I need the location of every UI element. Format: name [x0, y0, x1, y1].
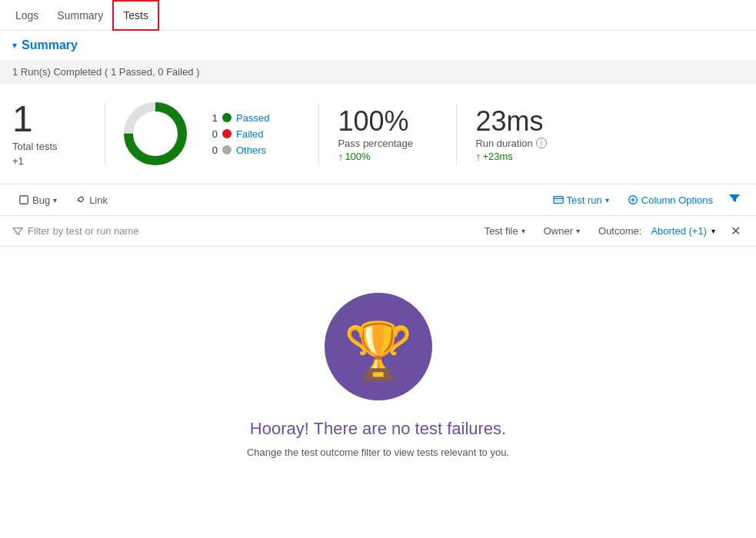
failed-dot — [222, 129, 231, 138]
toolbar-right: Test run ▾ Column Options — [547, 189, 744, 211]
link-icon — [75, 194, 86, 205]
empty-title: Hooray! There are no test failures. — [250, 419, 506, 439]
filter-icon-button[interactable] — [725, 189, 744, 211]
summary-header: ▾ Summary — [0, 31, 756, 60]
test-file-dropdown[interactable]: Test file ▾ — [478, 222, 531, 240]
divider-1 — [105, 103, 105, 164]
legend-others: 0 Others — [205, 144, 269, 156]
run-duration-label: Run duration i — [475, 138, 598, 149]
run-duration: 23ms Run duration i ↑ +23ms — [475, 105, 598, 163]
test-run-button[interactable]: Test run ▾ — [547, 191, 615, 209]
others-count: 0 — [205, 144, 218, 156]
total-tests-label: Total tests — [12, 141, 89, 152]
column-options-label: Column Options — [641, 194, 713, 206]
divider-3 — [456, 103, 457, 164]
test-file-chevron: ▾ — [521, 227, 525, 235]
legend-failed: 0 Failed — [205, 128, 269, 140]
tab-summary[interactable]: Summary — [48, 0, 112, 31]
close-filter-button[interactable]: ✕ — [728, 221, 744, 241]
run-duration-delta: ↑ +23ms — [475, 151, 598, 163]
summary-title: Summary — [22, 38, 78, 52]
outcome-dropdown[interactable]: Outcome: Aborted (+1) ▾ — [592, 222, 721, 240]
trophy-icon: 🏆 — [344, 323, 413, 378]
test-run-icon — [553, 194, 564, 205]
svg-rect-2 — [20, 196, 28, 204]
total-tests: 1 Total tests +1 — [12, 101, 89, 167]
test-run-label: Test run — [567, 194, 602, 206]
bug-label: Bug — [32, 194, 50, 206]
divider-2 — [318, 103, 319, 164]
column-options-button[interactable]: Column Options — [621, 191, 719, 209]
run-duration-label-text: Run duration — [475, 138, 532, 149]
pass-pct-value: 100% — [338, 105, 438, 138]
others-label[interactable]: Others — [236, 144, 266, 156]
pass-pct-arrow: ↑ — [338, 151, 343, 163]
filter-icon — [728, 192, 741, 204]
chevron-icon[interactable]: ▾ — [12, 40, 17, 51]
column-options-icon — [628, 194, 638, 205]
owner-dropdown[interactable]: Owner ▾ — [538, 222, 586, 240]
outcome-label: Outcome: — [598, 225, 641, 237]
legend: 1 Passed 0 Failed 0 Others — [205, 112, 269, 156]
test-run-chevron: ▾ — [605, 196, 609, 204]
run-duration-delta-value: +23ms — [482, 151, 512, 162]
filter-bar: Filter by test or run name Test file ▾ O… — [0, 216, 756, 247]
failed-count: 0 — [205, 128, 218, 140]
donut-chart — [121, 99, 190, 168]
test-file-label: Test file — [485, 225, 518, 237]
passed-count: 1 — [205, 112, 218, 124]
tab-tests[interactable]: Tests — [112, 0, 159, 31]
tab-logs[interactable]: Logs — [6, 0, 48, 31]
filter-search-icon — [12, 226, 23, 237]
completed-bar: 1 Run(s) Completed ( 1 Passed, 0 Failed … — [0, 60, 756, 84]
link-button[interactable]: Link — [69, 191, 114, 209]
run-duration-arrow: ↑ — [475, 151, 481, 163]
total-tests-number: 1 — [12, 101, 89, 138]
filter-dropdowns: Test file ▾ Owner ▾ Outcome: Aborted (+1… — [478, 221, 744, 241]
pass-pct-delta: ↑ 100% — [338, 151, 438, 163]
others-dot — [222, 145, 231, 154]
outcome-value: Aborted (+1) — [651, 225, 707, 237]
owner-label: Owner — [544, 225, 573, 237]
passed-label[interactable]: Passed — [236, 112, 269, 124]
pass-percentage: 100% Pass percentage ↑ 100% — [338, 105, 438, 163]
trophy-circle: 🏆 — [325, 293, 432, 400]
run-duration-value: 23ms — [475, 105, 598, 138]
empty-subtitle: Change the test outcome filter to view t… — [247, 447, 509, 458]
filter-placeholder[interactable]: Filter by test or run name — [28, 225, 139, 237]
pass-pct-delta-value: 100% — [345, 151, 370, 162]
tab-bar: Logs Summary Tests — [0, 0, 756, 31]
passed-dot — [222, 113, 231, 122]
bug-chevron: ▾ — [53, 196, 57, 204]
bug-button[interactable]: Bug ▾ — [12, 191, 63, 209]
link-label: Link — [89, 194, 108, 206]
completed-text: 1 Run(s) Completed ( 1 Passed, 0 Failed … — [12, 66, 200, 78]
legend-passed: 1 Passed — [205, 112, 269, 124]
stats-section: 1 Total tests +1 1 Passed 0 Failed 0 Oth… — [0, 84, 756, 184]
pass-pct-label: Pass percentage — [338, 138, 438, 149]
failed-label[interactable]: Failed — [236, 128, 263, 140]
svg-rect-3 — [553, 197, 562, 204]
toolbar: Bug ▾ Link Test run ▾ Column Options — [0, 184, 756, 216]
info-icon[interactable]: i — [536, 138, 547, 148]
total-tests-delta: +1 — [12, 155, 89, 167]
bug-icon — [18, 194, 29, 205]
owner-chevron: ▾ — [576, 227, 580, 235]
outcome-chevron: ▾ — [711, 227, 715, 235]
filter-input-area: Filter by test or run name — [12, 225, 472, 237]
empty-state: 🏆 Hooray! There are no test failures. Ch… — [0, 247, 756, 489]
